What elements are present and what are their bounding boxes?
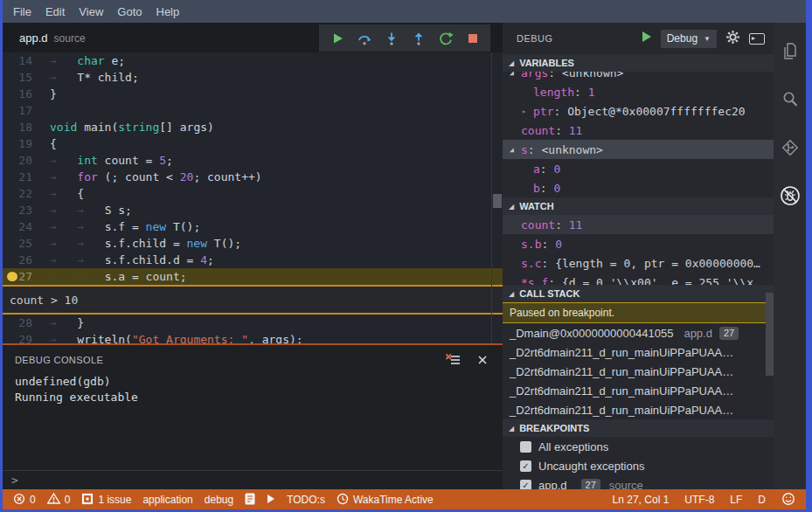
activity-debug-button[interactable] (779, 184, 802, 207)
activity-git-button[interactable] (779, 136, 802, 159)
status-doc[interactable] (245, 493, 255, 507)
code-line-23[interactable]: 23→ → S s; (3, 202, 503, 218)
code-line-29[interactable]: 29→ writeln("Got Arguments: ", args); (3, 331, 503, 343)
code-line-21[interactable]: 21→ for (; count < 20; count++) (3, 169, 503, 185)
section-header-call-stack[interactable]: ◢CALL STACK (503, 285, 774, 302)
debug-console-input[interactable]: > (3, 470, 503, 489)
expanded-icon[interactable]: ◢ (510, 72, 521, 77)
variable-row[interactable]: ▹ptr: Object@*0x00007fffffffec20 (503, 101, 774, 121)
stack-frame-row[interactable]: _D2rt6dmain211_d_run_mainUiPPaPUAA… (503, 342, 774, 362)
menu-goto[interactable]: Goto (110, 5, 149, 18)
code-line-18[interactable]: 18void main(string[] args) (3, 119, 503, 135)
activity-files-button[interactable] (779, 40, 802, 63)
status-ln-27-col-1[interactable]: Ln 27, Col 1 (613, 494, 670, 506)
status-debug[interactable]: debug (205, 494, 233, 506)
status-lf[interactable]: LF (730, 494, 742, 506)
debug-restart-button[interactable] (432, 25, 459, 52)
line-number-gutter[interactable]: 28 (3, 315, 43, 331)
stack-frame-row[interactable]: _D2rt6dmain211_d_run_mainUiPPaPUAA… (503, 381, 774, 400)
stack-frame-row[interactable]: _D2rt6dmain211_d_run_mainUiPPaPUAA… (503, 362, 774, 381)
breakpoint-condition-widget[interactable]: count > 10 (3, 285, 503, 315)
configure-gear-icon[interactable] (725, 30, 740, 48)
section-header-variables[interactable]: ◢VARIABLES (503, 54, 774, 72)
status-play[interactable] (267, 494, 275, 506)
code-line-27[interactable]: 27→ → s.a = count; (3, 268, 503, 285)
variable-row[interactable]: count: 11 (503, 121, 774, 140)
line-number-gutter[interactable]: 29 (3, 331, 43, 343)
tab-app-d[interactable]: app.d source (3, 31, 86, 45)
variable-row[interactable]: ◢s: <unknown> (503, 140, 774, 159)
debug-step-into-button[interactable] (378, 25, 405, 52)
line-number-gutter[interactable]: 19 (3, 135, 43, 152)
stack-frame-row[interactable]: _Dmain@0x0000000000441055app.d27 (503, 323, 774, 342)
menu-edit[interactable]: Edit (38, 5, 72, 18)
breakpoint-row[interactable]: ✓app.d27source (503, 475, 774, 489)
code-line-15[interactable]: 15→ T* child; (3, 69, 503, 86)
stack-frame-row[interactable]: _D2rt6dmain211_d_run_mainUiPPaPUAA… (503, 400, 774, 419)
expanded-icon[interactable]: ◢ (510, 146, 521, 154)
line-number-gutter[interactable]: 22 (3, 185, 43, 202)
scrollbar-handle[interactable] (493, 194, 502, 208)
code-line-17[interactable]: 17 (3, 102, 503, 119)
variable-row[interactable]: b: 0 (503, 178, 774, 197)
section-header-breakpoints[interactable]: ◢BREAKPOINTS (503, 419, 774, 437)
variable-row[interactable]: length: 1 (503, 82, 774, 101)
start-debug-button[interactable] (642, 31, 652, 46)
status-application[interactable]: application (142, 494, 192, 506)
close-panel-icon[interactable] (476, 354, 489, 366)
status-0[interactable]: 0 (13, 493, 36, 507)
collapsed-icon[interactable]: ▹ (522, 107, 533, 115)
line-number-gutter[interactable]: 26 (3, 252, 43, 268)
line-number-gutter[interactable]: 20 (3, 152, 43, 169)
menu-help[interactable]: Help (149, 5, 187, 18)
line-number-gutter[interactable]: 14 (3, 52, 43, 69)
code-line-26[interactable]: 26→ → s.f.child.d = 4; (3, 252, 503, 268)
debug-config-dropdown[interactable]: Debug ▼ (661, 30, 717, 48)
status-wakatime-active[interactable]: WakaTime Active (337, 493, 434, 507)
line-number-gutter[interactable]: 25 (3, 235, 43, 252)
debug-stop-button[interactable] (459, 25, 486, 52)
variable-row[interactable]: a: 0 (503, 159, 774, 178)
code-line-22[interactable]: 22→ { (3, 185, 503, 202)
checkbox-checked-icon[interactable]: ✓ (520, 460, 531, 472)
status-0[interactable]: 0 (47, 493, 71, 506)
status-d[interactable]: D (758, 494, 766, 506)
breakpoint-row[interactable]: ✓Uncaught exceptions (503, 456, 774, 475)
line-number-gutter[interactable]: 23 (3, 202, 43, 218)
line-number-gutter[interactable]: 16 (3, 86, 43, 102)
editor-scrollbar[interactable] (491, 52, 503, 343)
code-line-25[interactable]: 25→ → s.f.child = new T(); (3, 235, 503, 252)
status-smiley[interactable] (781, 492, 795, 508)
line-number-gutter[interactable]: 17 (3, 102, 43, 119)
checkbox-checked-icon[interactable]: ✓ (520, 480, 531, 490)
variable-row[interactable]: ◢args: <unknown> (503, 72, 774, 82)
code-line-14[interactable]: 14→ char e; (3, 52, 503, 69)
line-number-gutter[interactable]: 24 (3, 218, 43, 235)
breakpoint-row[interactable]: All exceptions (503, 437, 774, 456)
code-editor[interactable]: 14→ char e;15→ T* child;16}1718void main… (3, 52, 503, 343)
activity-search-button[interactable] (779, 88, 802, 111)
section-header-watch[interactable]: ◢WATCH (503, 197, 774, 215)
debug-continue-button[interactable] (323, 25, 350, 52)
sidebar-scrollbar[interactable] (766, 293, 774, 376)
code-line-19[interactable]: 19{ (3, 135, 503, 152)
menu-file[interactable]: File (6, 5, 38, 18)
line-number-gutter[interactable]: 27 (3, 268, 43, 285)
clear-console-icon[interactable] (445, 353, 462, 367)
open-console-icon[interactable]: ▸ (749, 33, 765, 45)
status-utf-8[interactable]: UTF-8 (684, 494, 714, 506)
line-number-gutter[interactable]: 18 (3, 119, 43, 135)
code-line-16[interactable]: 16} (3, 86, 503, 102)
status-todo-s[interactable]: TODO:s (287, 494, 325, 506)
code-line-28[interactable]: 28→ } (3, 315, 503, 331)
status-1-issue[interactable]: 1 issue (81, 493, 131, 507)
debug-step-out-button[interactable] (405, 25, 432, 52)
watch-row[interactable]: s.c: {length = 0, ptr = 0x00000000… (503, 253, 774, 273)
line-number-gutter[interactable]: 15 (3, 69, 43, 86)
code-line-20[interactable]: 20→ int count = 5; (3, 152, 503, 169)
code-line-24[interactable]: 24→ → s.f = new T(); (3, 218, 503, 235)
watch-row[interactable]: count: 11 (503, 215, 774, 234)
watch-row[interactable]: *s.f: {d = 0 '\\x00', e = 255 '\\x (503, 273, 774, 285)
breakpoint-icon[interactable] (7, 272, 17, 281)
watch-row[interactable]: s.b: 0 (503, 234, 774, 253)
